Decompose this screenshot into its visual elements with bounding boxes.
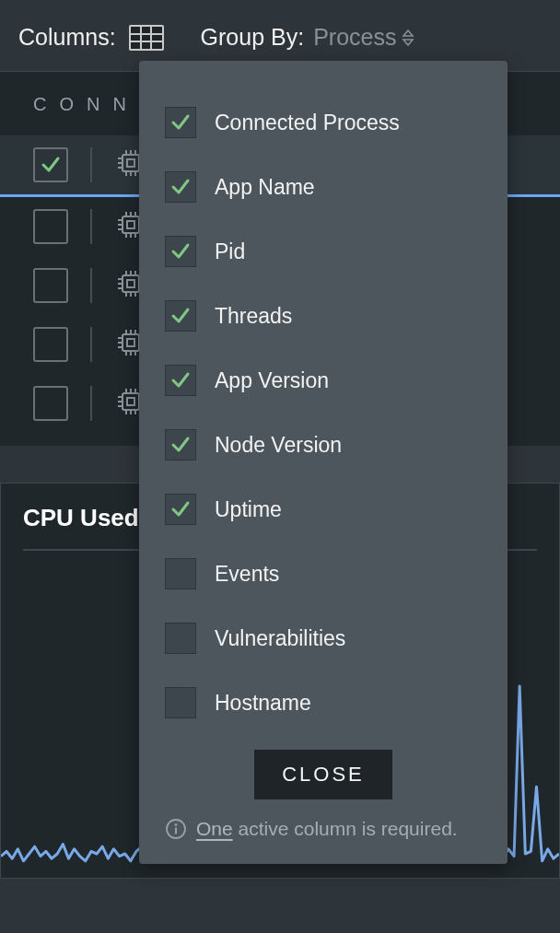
column-checkbox[interactable]: [165, 494, 196, 525]
column-option-label: Threads: [215, 304, 292, 329]
svg-rect-34: [127, 280, 134, 287]
columns-popup-list: Connected ProcessApp NamePidThreadsApp V…: [165, 90, 482, 735]
column-checkbox[interactable]: [165, 236, 196, 267]
column-option-label: App Name: [215, 175, 315, 200]
groupby-control: Group By: Process: [201, 24, 415, 51]
svg-rect-61: [122, 393, 139, 410]
column-option-label: Uptime: [215, 497, 282, 522]
svg-rect-20: [127, 221, 134, 228]
row-divider: [90, 268, 92, 303]
column-option[interactable]: Connected Process: [165, 90, 482, 155]
groupby-value-text: Process: [313, 24, 396, 51]
svg-rect-5: [122, 155, 139, 171]
column-option-label: Hostname: [215, 691, 311, 716]
svg-rect-33: [122, 275, 139, 292]
groupby-dropdown[interactable]: Process: [313, 24, 414, 51]
column-checkbox[interactable]: [165, 687, 196, 718]
svg-rect-19: [122, 216, 139, 233]
column-option-label: Vulnerabilities: [215, 626, 345, 651]
info-icon: [165, 818, 187, 840]
column-option[interactable]: App Name: [165, 155, 482, 219]
svg-rect-62: [127, 398, 134, 405]
svg-rect-0: [131, 27, 162, 49]
groupby-label: Group By:: [201, 24, 305, 51]
hint-rest: active column is required.: [233, 818, 458, 839]
column-option[interactable]: Node Version: [165, 413, 482, 477]
column-checkbox[interactable]: [165, 171, 196, 203]
row-checkbox[interactable]: [33, 268, 68, 303]
column-option[interactable]: App Version: [165, 348, 482, 413]
columns-label: Columns:: [18, 24, 116, 51]
svg-point-76: [175, 823, 178, 826]
row-divider: [90, 147, 92, 182]
hint-text: One active column is required.: [196, 818, 458, 840]
row-checkbox[interactable]: [33, 209, 68, 244]
row-divider: [90, 327, 92, 362]
column-option[interactable]: Vulnerabilities: [165, 606, 482, 671]
column-checkbox[interactable]: [165, 623, 196, 654]
row-divider: [90, 386, 92, 421]
columns-icon[interactable]: [129, 25, 164, 51]
column-option-label: Node Version: [215, 433, 342, 458]
column-option[interactable]: Uptime: [165, 477, 482, 542]
hint-link[interactable]: One: [196, 818, 233, 839]
svg-rect-6: [127, 159, 134, 167]
row-checkbox[interactable]: [33, 147, 68, 182]
sort-arrows-icon: [402, 29, 414, 46]
hint-message: One active column is required.: [165, 818, 482, 840]
column-checkbox[interactable]: [165, 107, 196, 138]
column-option-label: Events: [215, 562, 279, 587]
column-option[interactable]: Threads: [165, 284, 482, 348]
svg-rect-47: [122, 334, 139, 351]
column-checkbox[interactable]: [165, 300, 196, 332]
column-checkbox[interactable]: [165, 558, 196, 589]
column-option[interactable]: Hostname: [165, 671, 482, 735]
column-checkbox[interactable]: [165, 429, 196, 461]
column-option[interactable]: Events: [165, 542, 482, 606]
column-option-label: Pid: [215, 239, 245, 264]
column-option-label: Connected Process: [215, 111, 400, 135]
columns-popup: Connected ProcessApp NamePidThreadsApp V…: [139, 61, 508, 864]
row-checkbox[interactable]: [33, 386, 68, 421]
svg-rect-77: [175, 828, 177, 834]
column-option[interactable]: Pid: [165, 219, 482, 284]
row-divider: [90, 209, 92, 244]
column-checkbox[interactable]: [165, 365, 196, 396]
close-button[interactable]: CLOSE: [254, 750, 392, 799]
column-option-label: App Version: [215, 368, 329, 393]
svg-rect-48: [127, 339, 134, 346]
row-checkbox[interactable]: [33, 327, 68, 362]
